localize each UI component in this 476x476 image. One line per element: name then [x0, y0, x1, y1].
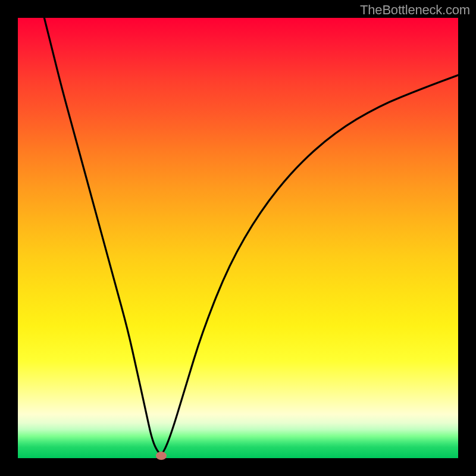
optimal-point-marker: [156, 452, 167, 460]
chart-plot-area: [18, 18, 458, 458]
bottleneck-curve: [18, 18, 458, 458]
attribution-label: TheBottleneck.com: [360, 2, 470, 18]
